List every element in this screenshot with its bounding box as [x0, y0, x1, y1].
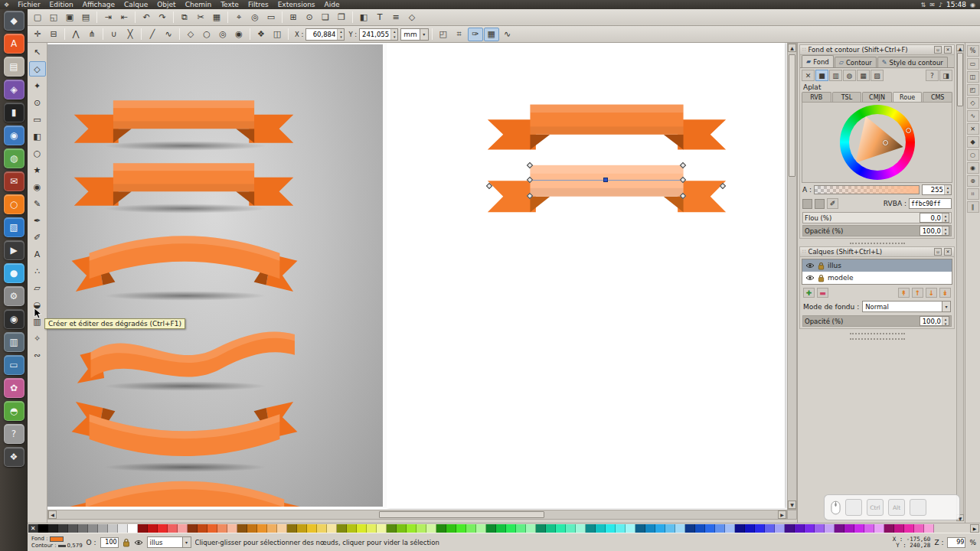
scroll-up-icon[interactable]: ▲ [956, 44, 964, 51]
launcher-photos-icon[interactable]: ✿ [4, 378, 24, 398]
palette-swatch[interactable] [705, 524, 715, 533]
palette-swatch[interactable] [685, 524, 695, 533]
palette-swatch[interactable] [387, 524, 397, 533]
palette-swatch[interactable] [128, 524, 138, 533]
color-mode-tab-rvb[interactable]: RVB [802, 92, 831, 102]
snap-nodes-icon[interactable]: ◇ [967, 97, 979, 109]
layer-row-illus[interactable]: illus [802, 259, 952, 272]
menu-texte[interactable]: Texte [216, 0, 243, 9]
launcher-help-icon[interactable]: ? [4, 424, 24, 444]
scroll-left-icon[interactable]: ◀ [48, 510, 57, 519]
color-picker-icon[interactable]: ✐ [827, 198, 838, 209]
segment-curve-icon[interactable]: ∿ [161, 28, 176, 41]
spin-arrows-icon[interactable]: ▴▾ [942, 227, 949, 235]
palette-swatch[interactable] [247, 524, 257, 533]
path-node[interactable] [720, 183, 726, 189]
reference-image[interactable] [47, 44, 383, 507]
tab-fond[interactable]: ▰ Fond [802, 55, 834, 67]
palette-swatch[interactable] [775, 524, 785, 533]
palette-swatch[interactable] [655, 524, 665, 533]
node-smooth-icon[interactable]: ○ [199, 28, 214, 41]
palette-scroll-icon[interactable]: ▶ [970, 524, 979, 533]
float-dialog-icon[interactable]: ▫ [934, 248, 942, 256]
insert-node-icon[interactable]: ✛ [30, 28, 45, 41]
session-menu-icon[interactable]: ◉ [970, 2, 975, 8]
group-icon[interactable]: ❏ [318, 11, 333, 24]
raise-layer-top-button[interactable]: ↟ [898, 288, 910, 298]
node-x-spinbox[interactable]: ▴▾ [305, 28, 345, 41]
text-dialog-icon[interactable]: T [372, 11, 387, 24]
palette-swatch[interactable] [267, 524, 277, 533]
zoom-page-icon[interactable]: ▭ [263, 11, 279, 24]
ribbon-flat-1[interactable] [73, 96, 295, 147]
align-dialog-icon[interactable]: ≡ [388, 11, 403, 24]
redo-icon[interactable]: ↷ [155, 11, 170, 24]
spin-arrows-icon[interactable]: ▴▾ [942, 317, 949, 325]
blur-row[interactable]: Flou (%) ▴▾ [802, 212, 952, 223]
launcher-software-center-icon[interactable]: ◈ [4, 80, 24, 99]
launcher-text-editor-icon[interactable]: A [4, 34, 24, 54]
palette-swatch[interactable] [48, 524, 58, 533]
node-tool[interactable]: ◇ [29, 61, 46, 77]
layer-lock-icon[interactable] [818, 262, 825, 270]
palette-swatch[interactable] [38, 524, 48, 533]
zoom-selection-icon[interactable]: ⌖ [231, 11, 247, 24]
palette-swatch[interactable] [327, 524, 337, 533]
scroll-right-icon[interactable]: ▶ [778, 510, 786, 519]
launcher-mail-client-icon[interactable]: ✉ [4, 171, 24, 191]
palette-swatch[interactable] [58, 524, 68, 533]
paint-pattern-button[interactable]: ▦ [857, 70, 870, 81]
eraser-tool[interactable]: ▱ [29, 280, 46, 295]
palette-swatch[interactable] [715, 524, 725, 533]
document-page[interactable] [387, 43, 785, 508]
launcher-files-icon[interactable]: ▤ [4, 57, 24, 77]
palette-swatch[interactable] [735, 524, 745, 533]
segment-line-icon[interactable]: ╱ [145, 28, 160, 41]
color-wheel[interactable] [840, 105, 915, 180]
xml-editor-icon[interactable]: ◇ [404, 11, 420, 24]
object-to-path-icon[interactable]: ❖ [253, 28, 269, 41]
dock-resize-grip[interactable] [850, 333, 905, 334]
lower-layer-bottom-button[interactable]: ↡ [939, 288, 951, 298]
palette-swatch[interactable] [805, 524, 815, 533]
palette-swatch[interactable] [695, 524, 705, 533]
copy-icon[interactable]: ⧉ [177, 11, 192, 24]
horizontal-scrollbar[interactable]: ◀ ▶ [47, 510, 787, 520]
break-nodes-icon[interactable]: ⋔ [84, 28, 100, 41]
scroll-up-icon[interactable]: ▲ [788, 44, 796, 52]
palette-swatch[interactable] [536, 524, 546, 533]
show-transform-handles-icon[interactable]: ⌗ [452, 28, 467, 41]
palette-swatch[interactable] [825, 524, 835, 533]
palette-swatch[interactable] [397, 524, 407, 533]
palette-swatch[interactable] [864, 524, 874, 533]
path-node[interactable] [527, 193, 533, 199]
panel-scroll-thumb[interactable] [957, 53, 963, 106]
zoom-tool[interactable]: ⊙ [29, 95, 46, 110]
launcher-chromium-icon[interactable]: ● [4, 263, 24, 283]
snap-bbox-edges-icon[interactable]: ◫ [967, 71, 979, 83]
launcher-display-icon[interactable]: ▭ [4, 355, 24, 375]
palette-swatch[interactable] [884, 524, 894, 533]
undo-icon[interactable]: ↶ [139, 11, 154, 24]
palette-swatch[interactable] [745, 524, 755, 533]
dialog-header[interactable]: ∷ Calques (Shift+Ctrl+L) ▫ ✕ [800, 247, 954, 257]
launcher-media-player-icon[interactable]: ▶ [4, 240, 24, 260]
launcher-settings-icon[interactable]: ⚙ [4, 286, 24, 306]
add-layer-button[interactable]: ✚ [803, 288, 815, 298]
palette-swatch[interactable] [237, 524, 247, 533]
paint-swatch-button[interactable]: ▨ [871, 70, 884, 81]
palette-swatch[interactable] [924, 524, 934, 533]
palette-swatch[interactable] [576, 524, 586, 533]
network-icon[interactable]: ⇅ [921, 2, 926, 8]
snap-enable-icon[interactable]: % [967, 45, 979, 57]
menu-affichage[interactable]: Affichage [78, 0, 119, 9]
palette-swatch[interactable] [456, 524, 466, 533]
app-icon[interactable]: ❖ [0, 2, 13, 8]
unit-combobox[interactable]: mm ▾ [400, 28, 429, 41]
snap-midpoints-icon[interactable]: ◉ [967, 162, 979, 174]
spin-arrows-icon[interactable]: ▴▾ [944, 185, 951, 194]
palette-swatch[interactable] [854, 524, 864, 533]
open-document-icon[interactable]: ◱ [46, 11, 61, 24]
dialog-header[interactable]: ∷ Fond et contour (Shift+Ctrl+F) ▫ ✕ [800, 45, 954, 55]
snap-grid-icon[interactable]: ⌗ [967, 188, 979, 200]
